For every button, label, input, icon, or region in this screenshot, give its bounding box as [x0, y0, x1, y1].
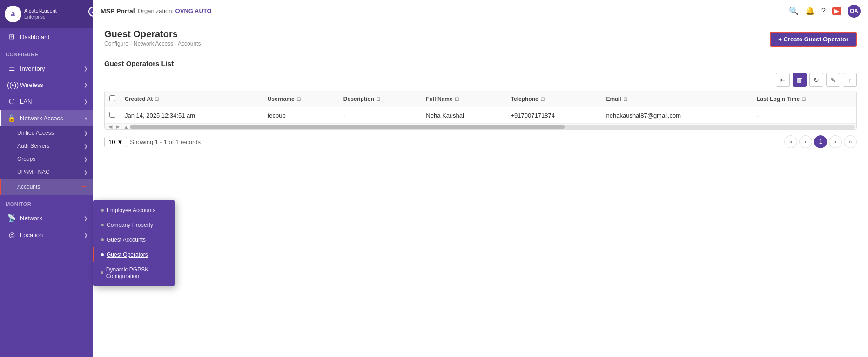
cell-last-login: -	[752, 107, 856, 124]
collapse-columns-button[interactable]: ⇤	[776, 73, 790, 87]
breadcrumb-network-access[interactable]: Network Access	[134, 40, 173, 47]
header-checkbox-cell	[105, 91, 120, 107]
accounts-dropdown-popup: Employee Accounts Company Property Guest…	[93, 200, 175, 286]
chevron-right-icon: ❯	[84, 232, 87, 238]
scroll-right-btn[interactable]: ▶	[114, 124, 121, 130]
page-header: Guest Operators Configure - Network Acce…	[93, 22, 868, 52]
cell-email: nehakaushal87@gmail.com	[602, 107, 753, 124]
filter-icon[interactable]: ⊟	[623, 96, 627, 102]
col-username: Username ⊟	[263, 91, 339, 107]
guest-operators-table: Created At ⊟ Username ⊟	[104, 91, 857, 130]
location-icon: ◎	[7, 231, 16, 239]
brand-logo-letter: a	[11, 10, 15, 18]
table-scrollbar[interactable]: ◀ ▶ ▲	[105, 124, 856, 129]
page-content: Guest Operators List ⇤ ▦ ↻ ✎ ↑	[93, 52, 868, 357]
col-full-name: Full Name ⊟	[421, 91, 506, 107]
chevron-right-icon: ❯	[84, 82, 87, 87]
col-created-at: Created At ⊟	[120, 91, 263, 107]
sidebar-item-location[interactable]: ◎ Location ❯	[0, 226, 93, 243]
chevron-down-icon: ∨	[84, 116, 87, 121]
configure-section-label: CONFIGURE	[0, 45, 93, 60]
youtube-button[interactable]: ▶	[832, 7, 841, 15]
bullet-dot	[101, 271, 103, 274]
bell-icon[interactable]: 🔔	[805, 6, 815, 16]
breadcrumb-configure[interactable]: Configure	[104, 40, 128, 47]
sidebar-item-unified-access[interactable]: Unified Access ❯	[0, 126, 93, 139]
export-button[interactable]: ↑	[843, 73, 857, 87]
sidebar-item-inventory[interactable]: ☰ Inventory ❯	[0, 60, 93, 77]
chevron-right-icon: ❯	[84, 157, 87, 162]
sidebar-item-accounts[interactable]: Accounts →	[0, 178, 93, 195]
filter-icon[interactable]: ⊟	[455, 96, 459, 102]
brand-name: Alcatel-Lucent Enterprise	[24, 8, 57, 20]
sidebar-item-label: Network	[20, 215, 42, 222]
filter-icon[interactable]: ⊟	[540, 96, 545, 102]
cell-full-name: Neha Kaushal	[421, 107, 506, 124]
sidebar-item-groups[interactable]: Groups ❯	[0, 152, 93, 165]
accounts-arrow-icon: →	[79, 182, 87, 192]
topbar-right: 🔍 🔔 ? ▶ OA	[789, 5, 861, 18]
last-page-button[interactable]: »	[844, 135, 857, 148]
bullet-dot	[101, 209, 104, 212]
sidebar-item-wireless[interactable]: ((•)) Wireless ❯	[0, 77, 93, 93]
create-guest-operator-button[interactable]: + Create Guest Operator	[770, 32, 857, 47]
cell-username: tecpub	[263, 107, 339, 124]
sidebar: a Alcatel-Lucent Enterprise ◀ ⊞ Dashboar…	[0, 0, 93, 357]
next-page-button[interactable]: ›	[829, 135, 842, 148]
sidebar-item-lan[interactable]: ⬡ LAN ❯	[0, 93, 93, 110]
select-all-checkbox[interactable]	[109, 95, 115, 101]
filter-icon[interactable]: ⊟	[376, 96, 380, 102]
bullet-dot	[101, 224, 104, 226]
cell-created-at: Jan 14, 2025 12:34:51 am	[120, 107, 263, 124]
dropdown-item-guest-operators[interactable]: Guest Operators	[93, 247, 175, 262]
page-1-button[interactable]: 1	[814, 135, 827, 148]
col-last-login: Last Login Time ⊟	[752, 91, 856, 107]
help-icon[interactable]: ?	[821, 7, 826, 16]
scroll-track	[130, 125, 855, 129]
user-avatar[interactable]: OA	[848, 5, 861, 18]
brand-logo-circle: a	[5, 6, 21, 22]
dropdown-item-employee-accounts[interactable]: Employee Accounts	[93, 203, 175, 218]
edit-columns-button[interactable]: ✎	[826, 73, 840, 87]
pagination-row: 10 ▼ Showing 1 - 1 of 1 records « ‹ 1 › …	[104, 135, 857, 148]
monitor-section-label: MONITOR	[0, 195, 93, 210]
page-navigation: « ‹ 1 › »	[784, 135, 857, 148]
sidebar-logo: a Alcatel-Lucent Enterprise ◀	[0, 0, 93, 28]
col-email: Email ⊟	[602, 91, 753, 107]
prev-page-button[interactable]: ‹	[799, 135, 812, 148]
topbar-org-name[interactable]: OVNG AUTO	[175, 7, 212, 14]
dropdown-item-company-property[interactable]: Company Property	[93, 218, 175, 232]
scroll-thumb[interactable]	[130, 125, 565, 129]
sidebar-item-label: Dashboard	[20, 33, 50, 40]
sidebar-item-upam-nac[interactable]: UPAM - NAC ❯	[0, 165, 93, 178]
page-size-select-box[interactable]: 10 ▼	[104, 137, 127, 147]
chevron-right-icon: ❯	[84, 131, 87, 136]
sidebar-item-network-access[interactable]: 🔒 Network Access ∨	[0, 110, 93, 126]
filter-icon[interactable]: ⊟	[296, 96, 301, 102]
filter-icon[interactable]: ⊟	[155, 96, 159, 102]
sidebar-item-auth-servers[interactable]: Auth Servers ❯	[0, 139, 93, 152]
breadcrumb-accounts[interactable]: Accounts	[178, 40, 201, 47]
refresh-button[interactable]: ↻	[809, 73, 823, 87]
filter-icon[interactable]: ⊟	[801, 96, 806, 102]
sidebar-toggle-button[interactable]: ◀	[88, 7, 93, 17]
scroll-left-btn[interactable]: ◀	[107, 124, 114, 130]
sidebar-sub-label: Auth Servers	[17, 143, 49, 149]
dropdown-item-dynamic-pgpsk[interactable]: Dynamic PGPSK Configuration	[93, 262, 175, 284]
sidebar-item-dashboard[interactable]: ⊞ Dashboard	[0, 28, 93, 45]
first-page-button[interactable]: «	[784, 135, 797, 148]
grid-view-button[interactable]: ▦	[793, 73, 807, 87]
cell-telephone: +917007171874	[506, 107, 602, 124]
inventory-icon: ☰	[7, 64, 16, 73]
scroll-up-btn[interactable]: ▲	[122, 124, 130, 130]
search-icon[interactable]: 🔍	[789, 6, 799, 16]
bullet-dot	[101, 253, 104, 256]
sidebar-item-label: Inventory	[20, 65, 45, 72]
chevron-right-icon: ❯	[84, 99, 87, 104]
topbar: MSP Portal Organization: OVNG AUTO 🔍 🔔 ?…	[93, 0, 868, 22]
sidebar-item-network[interactable]: 📡 Network ❯	[0, 210, 93, 226]
row-checkbox[interactable]	[109, 112, 115, 118]
dropdown-item-guest-accounts[interactable]: Guest Accounts	[93, 232, 175, 247]
list-section-title: Guest Operators List	[104, 60, 857, 67]
sidebar-item-label: Wireless	[20, 81, 43, 88]
